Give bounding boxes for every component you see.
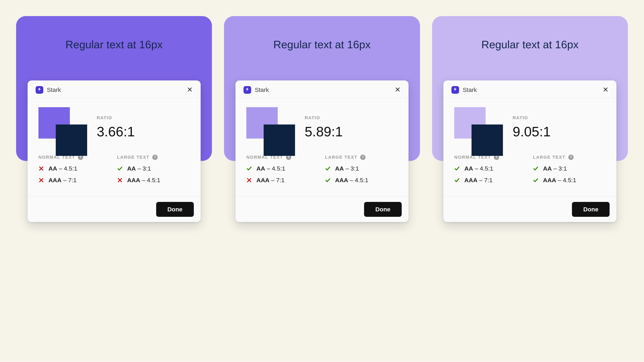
ratio-label: RATIO (512, 115, 606, 120)
status-icon (117, 166, 123, 171)
panel-footer: Done (28, 196, 201, 222)
rule-head-label: LARGE TEXT (533, 155, 565, 160)
status-icon (38, 166, 44, 171)
close-icon[interactable] (187, 87, 192, 93)
rule-text: AAA – 7:1 (464, 177, 492, 184)
rules-grid: NORMAL TEXT ? AA – 4.5:1 AAA – 7:1 (246, 155, 398, 188)
help-icon[interactable]: ? (360, 155, 366, 160)
status-icon (454, 177, 460, 183)
ratio-value: 9.05:1 (512, 124, 606, 139)
close-icon[interactable] (395, 87, 400, 93)
swatch-foreground (56, 124, 87, 156)
hero-text: Regular text at 16px (66, 38, 162, 50)
hero-text: Regular text at 16px (273, 38, 370, 50)
done-button[interactable]: Done (572, 202, 610, 217)
rules-large-text: LARGE TEXT ? AA – 3:1 AAA – 4.5:1 (325, 155, 398, 188)
close-icon[interactable] (603, 87, 608, 93)
status-icon (325, 177, 331, 183)
panel-brand: Stark (36, 86, 61, 94)
panel-body: RATIO 3.66:1 NORMAL TEXT ? A (28, 98, 201, 196)
panel-brand: Stark (244, 86, 269, 94)
contrast-panel: Stark RATIO 3.66:1 (28, 80, 201, 222)
ratio-label: RATIO (305, 115, 398, 120)
rule-text: AAA – 7:1 (256, 177, 284, 184)
ratio-label: RATIO (97, 115, 190, 120)
stark-logo-icon (452, 86, 459, 94)
ratio-block: RATIO 9.05:1 (512, 115, 606, 139)
contrast-panel: Stark RATIO 9.05:1 (443, 80, 616, 222)
rules-normal-text: NORMAL TEXT ? AA – 4.5:1 AAA – 7:1 (454, 155, 527, 188)
status-icon (533, 177, 538, 183)
panel-brand: Stark (452, 86, 477, 94)
rule-text: AA – 4.5:1 (256, 165, 285, 172)
ratio-value: 3.66:1 (97, 124, 190, 139)
status-icon (38, 177, 44, 183)
rule-text: AA – 3:1 (543, 165, 567, 172)
done-button[interactable]: Done (364, 202, 402, 217)
rule-head-label: LARGE TEXT (325, 155, 358, 160)
rule-large-aaa: AAA – 4.5:1 (325, 177, 398, 184)
status-icon (454, 166, 460, 171)
help-icon[interactable]: ? (152, 155, 158, 160)
panel-footer: Done (443, 196, 616, 222)
rule-text: AAA – 4.5:1 (543, 177, 576, 184)
panel-header: Stark (236, 80, 408, 98)
rule-head: LARGE TEXT ? (325, 155, 398, 160)
swatch-foreground (472, 124, 503, 156)
hero-text: Regular text at 16px (482, 38, 578, 50)
status-icon (533, 166, 538, 171)
help-icon[interactable]: ? (568, 155, 574, 160)
rules-large-text: LARGE TEXT ? AA – 3:1 AAA – 4.5:1 (117, 155, 190, 188)
rule-large-aaa: AAA – 4.5:1 (533, 177, 606, 184)
rule-normal-aaa: AAA – 7:1 (38, 177, 111, 184)
status-icon (246, 177, 252, 183)
swatch-row: RATIO 3.66:1 (38, 107, 190, 147)
ratio-block: RATIO 3.66:1 (97, 115, 190, 139)
done-button[interactable]: Done (156, 202, 194, 217)
swatch-row: RATIO 9.05:1 (454, 107, 606, 147)
rule-normal-aa: AA – 4.5:1 (246, 165, 319, 172)
color-swatches (454, 107, 500, 147)
status-icon (117, 177, 123, 183)
status-icon (325, 166, 331, 171)
rule-large-aa: AA – 3:1 (325, 165, 398, 172)
rules-normal-text: NORMAL TEXT ? AA – 4.5:1 AAA – 7:1 (246, 155, 319, 188)
panel-title: Stark (47, 86, 61, 93)
rules-normal-text: NORMAL TEXT ? AA – 4.5:1 AAA – 7:1 (38, 155, 111, 188)
rules-large-text: LARGE TEXT ? AA – 3:1 AAA – 4.5:1 (533, 155, 606, 188)
panel-body: RATIO 9.05:1 NORMAL TEXT ? A (443, 98, 616, 196)
rule-large-aa: AA – 3:1 (533, 165, 606, 172)
rule-text: AAA – 4.5:1 (335, 177, 368, 184)
rule-text: AA – 4.5:1 (48, 165, 77, 172)
contrast-panel: Stark RATIO 5.89:1 (236, 80, 408, 222)
card-wrap: Regular text at 16px Stark (432, 16, 628, 286)
stark-logo-icon (244, 86, 251, 94)
rule-normal-aaa: AAA – 7:1 (454, 177, 527, 184)
rules-grid: NORMAL TEXT ? AA – 4.5:1 AAA – 7:1 (38, 155, 190, 188)
panel-title: Stark (255, 86, 269, 93)
swatch-foreground (264, 124, 295, 156)
panel-header: Stark (443, 80, 616, 98)
panel-header: Stark (28, 80, 201, 98)
rule-normal-aa: AA – 4.5:1 (38, 165, 111, 172)
stark-logo-icon (36, 86, 43, 94)
rule-text: AAA – 4.5:1 (127, 177, 160, 184)
rule-head: LARGE TEXT ? (117, 155, 190, 160)
card-wrap: Regular text at 16px Stark (16, 16, 212, 286)
status-icon (246, 166, 252, 171)
example-column: Regular text at 16px Stark (16, 16, 212, 362)
example-column: Regular text at 16px Stark (432, 16, 628, 362)
swatch-row: RATIO 5.89:1 (246, 107, 398, 147)
rule-text: AAA – 7:1 (48, 177, 77, 184)
color-swatches (38, 107, 85, 147)
rule-normal-aa: AA – 4.5:1 (454, 165, 527, 172)
ratio-value: 5.89:1 (305, 124, 398, 139)
rule-head: LARGE TEXT ? (533, 155, 606, 160)
rule-large-aaa: AAA – 4.5:1 (117, 177, 190, 184)
rules-grid: NORMAL TEXT ? AA – 4.5:1 AAA – 7:1 (454, 155, 606, 188)
rule-text: AA – 3:1 (127, 165, 151, 172)
panel-footer: Done (236, 196, 408, 222)
example-frame: Regular text at 16px Stark (0, 0, 644, 362)
rule-normal-aaa: AAA – 7:1 (246, 177, 319, 184)
panel-body: RATIO 5.89:1 NORMAL TEXT ? A (236, 98, 408, 196)
